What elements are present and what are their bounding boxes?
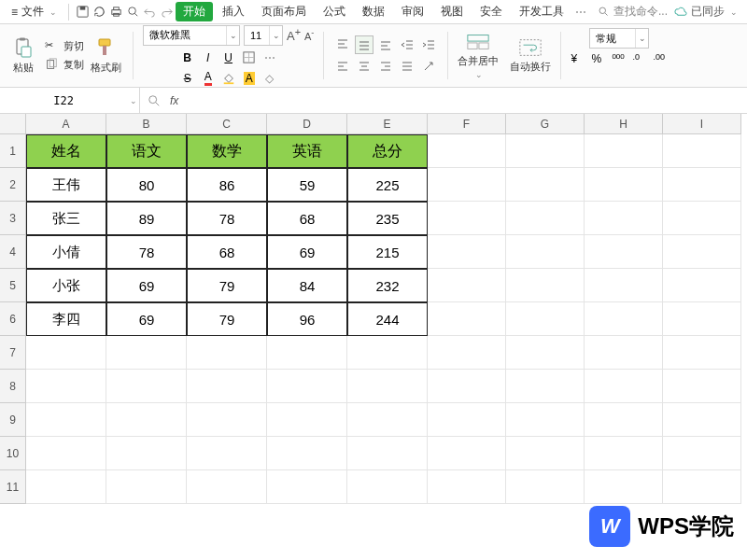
cell[interactable]: 68 <box>267 202 347 235</box>
cell[interactable]: 235 <box>347 202 428 235</box>
cell[interactable] <box>663 168 741 202</box>
cell[interactable] <box>506 336 585 370</box>
cell[interactable] <box>428 168 506 202</box>
font-size-combo[interactable]: ⌄ <box>244 25 283 46</box>
align-middle-button[interactable] <box>355 35 374 54</box>
cell[interactable] <box>585 168 663 202</box>
chevron-down-icon[interactable]: ⌄ <box>269 26 282 45</box>
cell[interactable] <box>585 134 663 168</box>
column-header[interactable]: B <box>106 114 187 134</box>
align-right-button[interactable] <box>376 57 395 76</box>
cell[interactable]: 小倩 <box>26 235 106 269</box>
cell[interactable] <box>585 302 663 336</box>
more-font-icon[interactable]: ⋯ <box>261 49 278 66</box>
cell[interactable] <box>26 403 106 437</box>
row-header[interactable]: 9 <box>0 403 26 437</box>
cell[interactable]: 96 <box>267 302 347 336</box>
cell[interactable] <box>428 336 506 370</box>
cell[interactable] <box>506 370 585 403</box>
chevron-down-icon[interactable]: ⌄ <box>127 96 139 105</box>
spreadsheet-grid[interactable]: ABCDEFGHI 1234567891011 姓名语文数学英语总分王伟8086… <box>0 114 747 560</box>
cell[interactable] <box>585 470 663 504</box>
cell[interactable] <box>506 134 585 168</box>
cell[interactable]: 225 <box>347 168 428 202</box>
cell[interactable] <box>585 202 663 235</box>
cell[interactable]: 姓名 <box>26 134 106 168</box>
cell[interactable] <box>187 470 267 504</box>
clear-format-button[interactable]: ◇ <box>261 70 278 87</box>
number-format-combo[interactable]: ⌄ <box>589 28 649 49</box>
save-icon[interactable] <box>75 5 90 20</box>
cell[interactable] <box>428 202 506 235</box>
cell[interactable] <box>106 403 187 437</box>
tab-start[interactable]: 开始 <box>176 2 213 21</box>
cell[interactable] <box>347 403 428 437</box>
cell[interactable]: 英语 <box>267 134 347 168</box>
fx-icon[interactable]: fx <box>170 94 178 107</box>
cell[interactable] <box>663 202 741 235</box>
cell[interactable]: 78 <box>106 235 187 269</box>
highlight-button[interactable]: A <box>241 70 258 87</box>
cell[interactable] <box>506 269 585 302</box>
cut-button[interactable]: ✂剪切 <box>45 39 84 54</box>
cell[interactable]: 79 <box>187 302 267 336</box>
font-name-input[interactable] <box>144 26 226 45</box>
cell[interactable] <box>267 470 347 504</box>
cell[interactable] <box>585 269 663 302</box>
cell[interactable] <box>506 403 585 437</box>
cell[interactable] <box>267 336 347 370</box>
cell[interactable] <box>506 302 585 336</box>
increase-decimal-icon[interactable]: .00 <box>653 52 668 67</box>
undo-icon[interactable] <box>142 5 157 20</box>
cell[interactable] <box>267 370 347 403</box>
tab-pagelayout[interactable]: 页面布局 <box>254 2 314 21</box>
cell[interactable] <box>585 437 663 470</box>
paste-button[interactable]: 粘贴 <box>6 36 41 75</box>
cell[interactable] <box>187 403 267 437</box>
cell[interactable] <box>585 336 663 370</box>
tab-safety[interactable]: 安全 <box>472 2 510 21</box>
name-box-input[interactable] <box>0 94 127 107</box>
cell[interactable] <box>428 403 506 437</box>
cell[interactable] <box>663 235 741 269</box>
column-header[interactable]: H <box>585 114 663 134</box>
fill-color-button[interactable] <box>220 70 237 87</box>
cell[interactable]: 232 <box>347 269 428 302</box>
cell[interactable]: 59 <box>267 168 347 202</box>
formula-input[interactable] <box>188 94 740 107</box>
align-bottom-button[interactable] <box>376 35 395 54</box>
cell[interactable]: 80 <box>106 168 187 202</box>
cell[interactable] <box>663 437 741 470</box>
tab-insert[interactable]: 插入 <box>215 2 252 21</box>
row-header[interactable]: 4 <box>0 235 26 269</box>
cell[interactable]: 78 <box>187 202 267 235</box>
column-header[interactable]: E <box>347 114 428 134</box>
cell[interactable] <box>187 336 267 370</box>
indent-decrease-button[interactable] <box>398 35 416 54</box>
row-header[interactable]: 2 <box>0 168 26 202</box>
underline-button[interactable]: U <box>220 49 237 66</box>
cell[interactable] <box>663 336 741 370</box>
cell[interactable] <box>26 437 106 470</box>
column-header[interactable]: F <box>428 114 506 134</box>
font-color-button[interactable]: A <box>200 70 217 87</box>
italic-button[interactable]: I <box>200 49 217 66</box>
borders-button[interactable] <box>241 49 258 66</box>
cell[interactable]: 69 <box>267 235 347 269</box>
row-header[interactable]: 3 <box>0 202 26 235</box>
font-name-combo[interactable]: ⌄ <box>143 25 240 46</box>
cell[interactable]: 张三 <box>26 202 106 235</box>
row-header[interactable]: 6 <box>0 302 26 336</box>
row-header[interactable]: 10 <box>0 437 26 470</box>
bold-button[interactable]: B <box>179 49 196 66</box>
currency-icon[interactable]: ¥ <box>571 52 585 67</box>
cell[interactable] <box>506 437 585 470</box>
cell[interactable] <box>347 437 428 470</box>
wrap-text-button[interactable]: 自动换行 <box>510 37 551 74</box>
cell[interactable] <box>187 370 267 403</box>
font-size-input[interactable] <box>245 26 269 45</box>
cell[interactable] <box>428 470 506 504</box>
column-header[interactable]: G <box>506 114 585 134</box>
file-menu[interactable]: ≡ 文件 ⌄ <box>6 2 63 21</box>
chevron-down-icon[interactable]: ⌄ <box>226 26 239 45</box>
